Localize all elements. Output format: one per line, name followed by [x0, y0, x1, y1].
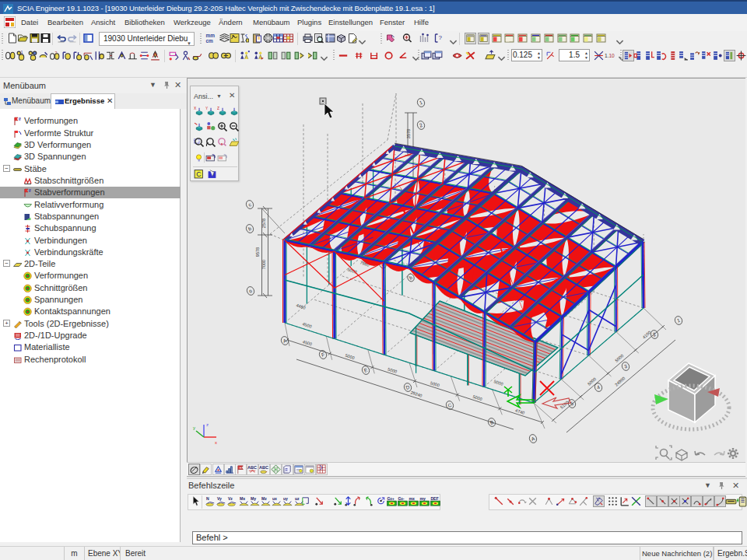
- svg-text:5000: 5000: [614, 353, 624, 363]
- svg-text:my: my: [420, 496, 426, 501]
- svg-text:Y: Y: [205, 107, 209, 110]
- svg-text:z: z: [206, 422, 209, 427]
- svg-text:1.10: 1.10: [605, 53, 615, 58]
- svg-text:Mx: Mx: [239, 496, 244, 501]
- svg-text:mm: mm: [206, 33, 216, 38]
- svg-text:2578: 2578: [261, 219, 266, 228]
- svg-text:4100: 4100: [641, 330, 651, 340]
- svg-text:X: X: [194, 107, 197, 110]
- svg-text:F: F: [321, 352, 325, 358]
- svg-text:C: C: [447, 402, 453, 408]
- svg-text:DEF: DEF: [431, 496, 439, 501]
- svg-text:uy: uy: [283, 496, 288, 501]
- svg-text:4: 4: [596, 384, 601, 390]
- svg-text:4500: 4500: [302, 321, 313, 328]
- svg-text:E: E: [363, 367, 369, 373]
- svg-text:3: 3: [623, 363, 628, 369]
- svg-text:Gε-: Gε-: [398, 496, 405, 501]
- svg-text:5: 5: [570, 401, 574, 407]
- svg-text:ux: ux: [272, 496, 277, 501]
- svg-text:Z: Z: [217, 107, 219, 110]
- svg-text:N: N: [206, 496, 209, 501]
- svg-text:Vy: Vy: [217, 496, 222, 501]
- svg-text:Gε+: Gε+: [387, 496, 394, 501]
- svg-text:24900: 24900: [614, 376, 626, 387]
- svg-text:Mz: Mz: [261, 496, 267, 501]
- svg-text:B: B: [489, 419, 494, 425]
- svg-text:1: 1: [419, 100, 423, 106]
- svg-text:uz: uz: [294, 496, 299, 501]
- svg-text:o: o: [248, 288, 253, 294]
- svg-text:9578: 9578: [255, 247, 260, 257]
- svg-text:5190: 5190: [559, 400, 570, 410]
- svg-text:2: 2: [419, 122, 423, 128]
- svg-text:3578: 3578: [406, 129, 411, 138]
- svg-text:Vz: Vz: [228, 496, 233, 501]
- svg-text:?: ?: [439, 34, 443, 41]
- svg-text:My: My: [251, 496, 256, 501]
- svg-text:A: A: [531, 436, 536, 442]
- svg-text:ABC: ABC: [247, 465, 257, 470]
- svg-text:5000: 5000: [493, 379, 504, 386]
- svg-text:C: C: [196, 170, 201, 178]
- svg-text:y: y: [193, 425, 195, 430]
- svg-text:4480: 4480: [296, 303, 307, 310]
- svg-text:cm: cm: [206, 38, 214, 44]
- svg-text:b: b: [247, 226, 252, 232]
- svg-text:b: b: [409, 275, 413, 281]
- svg-text:ABC: ABC: [259, 465, 268, 470]
- svg-text:mx: mx: [409, 496, 416, 501]
- svg-text:7000: 7000: [261, 260, 266, 269]
- svg-text:D: D: [405, 384, 411, 390]
- svg-text:1: 1: [676, 317, 681, 324]
- svg-text:x: x: [215, 440, 217, 445]
- svg-text:c: c: [247, 201, 252, 208]
